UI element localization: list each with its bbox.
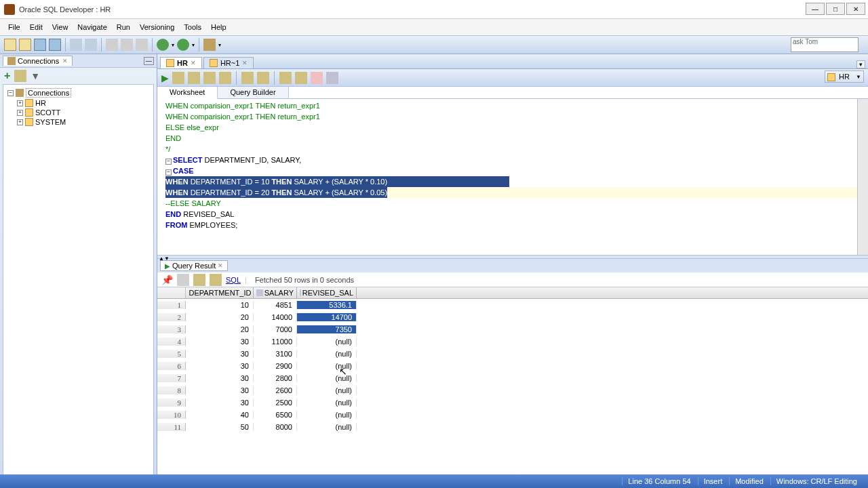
eraser-icon[interactable]	[311, 72, 323, 84]
explain-plan-icon[interactable]	[188, 72, 200, 84]
tree-item-scott[interactable]: + SCOTT	[17, 108, 149, 117]
table-row[interactable]: 10406500(null)	[157, 409, 868, 421]
table-row[interactable]: 9302500(null)	[157, 396, 868, 409]
code-line[interactable]: WHEN DEPARTMENT_ID = 20 THEN SALARY + (S…	[165, 187, 860, 198]
code-line[interactable]: FROM EMPLOYEES;	[165, 220, 860, 230]
menu-versioning[interactable]: Versioning	[136, 22, 178, 33]
table-row[interactable]: 7302800(null)	[157, 372, 868, 384]
ask-tom-search[interactable]: ask Tom	[791, 37, 859, 52]
minimize-panel-icon[interactable]: —	[144, 57, 154, 65]
column-salary[interactable]: SALARY	[254, 287, 297, 298]
connections-tab[interactable]: Connections ✕	[3, 56, 73, 66]
filter-icon[interactable]: ▼	[31, 70, 40, 81]
run-icon[interactable]: ▶	[161, 73, 169, 83]
menu-edit[interactable]: Edit	[26, 22, 47, 33]
db-icon[interactable]	[203, 39, 216, 51]
export-icon[interactable]	[210, 274, 222, 286]
table-row[interactable]: 11508000(null)	[157, 421, 868, 433]
close-button[interactable]: ✕	[846, 3, 865, 15]
tab-query-builder[interactable]: Query Builder	[218, 87, 288, 98]
code-line[interactable]: WHEN comparision_expr1 THEN return_expr1	[165, 111, 860, 122]
close-icon[interactable]: ✕	[191, 60, 196, 66]
expand-icon[interactable]: +	[17, 110, 23, 116]
query-result-tab[interactable]: ▶ Query Result ✕	[160, 260, 228, 271]
save-all-icon[interactable]	[49, 39, 61, 51]
code-line[interactable]: −CASE	[165, 165, 860, 176]
code-line[interactable]: END	[165, 133, 860, 144]
menu-view[interactable]: View	[48, 22, 73, 33]
refresh-result-icon[interactable]	[193, 274, 205, 286]
editor-tab-hr1[interactable]: HR~1 ✕	[203, 57, 254, 68]
run-script-icon[interactable]	[172, 72, 184, 84]
close-icon[interactable]: ✕	[218, 262, 223, 269]
history-icon[interactable]	[326, 72, 338, 84]
print-icon[interactable]	[177, 274, 189, 286]
menu-file[interactable]: File	[4, 22, 24, 33]
tree-item-system[interactable]: + SYSTEM	[17, 117, 149, 127]
pin-icon[interactable]: 📌	[161, 274, 173, 285]
result-grid[interactable]: DEPARTMENT_ID SALARY REVISED_SAL 1104851…	[157, 287, 868, 433]
new-connection-icon[interactable]: +	[4, 70, 10, 82]
tree-root[interactable]: Connections	[26, 88, 71, 98]
save-icon[interactable]	[34, 39, 46, 51]
code-line[interactable]: WHEN comparision_expr1 THEN return_expr1	[165, 100, 860, 111]
copy-icon[interactable]	[121, 39, 133, 51]
tab-worksheet[interactable]: Worksheet	[157, 87, 218, 99]
splitter[interactable]: ▲▼	[157, 255, 868, 259]
unshared-icon[interactable]	[279, 72, 292, 84]
menu-help[interactable]: Help	[207, 22, 231, 33]
encoding-status: Windows: CR/LF Editing	[770, 477, 863, 485]
tab-menu-icon[interactable]: ▾	[856, 60, 865, 68]
connection-dropdown[interactable]: HR ▼	[825, 70, 864, 83]
table-row[interactable]: 32070007350	[157, 323, 868, 336]
undo-icon[interactable]	[70, 39, 82, 51]
table-row[interactable]: 11048515336.1	[157, 299, 868, 311]
table-row[interactable]: 43011000(null)	[157, 336, 868, 348]
open-icon[interactable]	[19, 39, 31, 51]
expand-icon[interactable]: +	[17, 119, 23, 125]
table-row[interactable]: 6302900(null)	[157, 360, 868, 372]
table-row[interactable]: 8302600(null)	[157, 384, 868, 396]
forward-icon[interactable]	[177, 39, 189, 51]
commit-icon[interactable]	[241, 72, 254, 84]
connections-tab-label: Connections	[18, 57, 59, 65]
close-icon[interactable]: ✕	[242, 60, 248, 66]
table-row[interactable]: 5303100(null)	[157, 348, 868, 360]
autotrace-icon[interactable]	[203, 72, 216, 84]
back-icon[interactable]	[157, 39, 169, 51]
vertical-scrollbar[interactable]	[857, 99, 868, 255]
redo-icon[interactable]	[85, 39, 97, 51]
menu-navigate[interactable]: Navigate	[73, 22, 111, 33]
close-icon[interactable]: ✕	[62, 58, 68, 64]
menu-tools[interactable]: Tools	[180, 22, 205, 33]
editor-tab-hr[interactable]: HR ✕	[160, 57, 202, 68]
sql-editor[interactable]: WHEN comparision_expr1 THEN return_expr1…	[157, 99, 868, 255]
sql-tuning-icon[interactable]	[219, 72, 231, 84]
tree-item-hr[interactable]: + HR	[17, 98, 149, 108]
code-line[interactable]: WHEN DEPARTMENT_ID = 10 THEN SALARY + (S…	[165, 176, 860, 187]
table-row[interactable]: 2201400014700	[157, 311, 868, 323]
code-line[interactable]: −SELECT DEPARTMENT_ID, SALARY,	[165, 155, 860, 165]
new-icon[interactable]	[4, 39, 16, 51]
chevron-down-icon: ▼	[856, 74, 861, 80]
tab-label: Query Result	[172, 262, 216, 270]
cut-icon[interactable]	[106, 39, 118, 51]
rollback-icon[interactable]	[257, 72, 269, 84]
code-line[interactable]: END REVISED_SAL	[165, 209, 860, 220]
paste-icon[interactable]	[136, 39, 148, 51]
collapse-icon[interactable]: −	[7, 90, 14, 96]
expand-icon[interactable]: +	[17, 100, 23, 106]
column-department-id[interactable]: DEPARTMENT_ID	[186, 287, 254, 298]
code-line[interactable]: ELSE else_expr	[165, 122, 860, 133]
menu-run[interactable]: Run	[113, 22, 134, 33]
clear-icon[interactable]	[295, 72, 307, 84]
refresh-icon[interactable]	[14, 70, 26, 82]
code-line[interactable]: */	[165, 144, 860, 155]
code-line[interactable]: --ELSE SALARY	[165, 198, 860, 209]
column-revised-sal[interactable]: REVISED_SAL	[297, 287, 357, 298]
maximize-button[interactable]: □	[826, 3, 845, 15]
connections-icon	[7, 57, 16, 65]
minimize-button[interactable]: —	[806, 3, 825, 15]
sql-link[interactable]: SQL	[226, 276, 241, 284]
connections-tree[interactable]: − Connections + HR + SCOTT + SY	[3, 84, 154, 488]
